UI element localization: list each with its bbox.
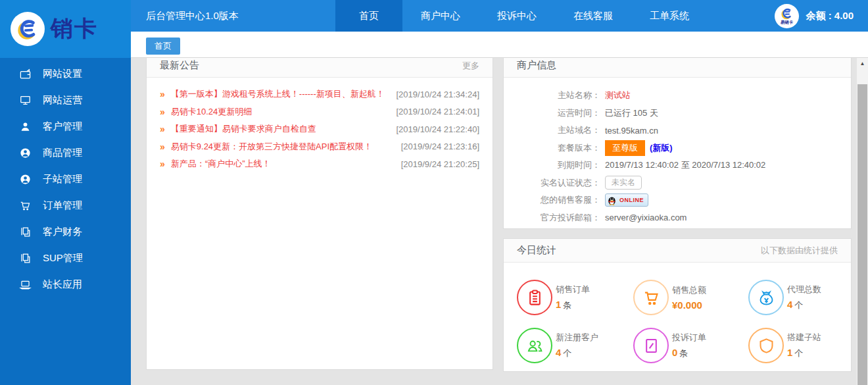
field-label: 您的销售客服：	[504, 194, 600, 206]
app-title: 后台管理中心1.0版本	[146, 0, 239, 32]
sidebar-menu-item[interactable]: 网站设置	[0, 61, 131, 87]
stat-item: 搭建子站 1个	[748, 328, 839, 363]
breadcrumb-home-button[interactable]: 首页	[146, 38, 180, 55]
wallet-icon	[19, 68, 32, 80]
stat-unit: 个	[794, 300, 803, 310]
sidebar-menu-item[interactable]: 网站运营	[0, 87, 131, 113]
sidebar-item-label: 网站设置	[43, 68, 82, 80]
stat-number: 0	[672, 347, 677, 358]
stat-label: 销售订单	[556, 284, 590, 295]
merchant-field-row: 官方投诉邮箱： server@yixiaoka.com	[504, 209, 851, 227]
announcement-text: 易销卡9.24更新：开放第三方快捷登陆API配置权限！	[171, 141, 395, 153]
merchant-field-row: 您的销售客服：	[504, 192, 851, 209]
scroll-up-arrow-icon[interactable]: ▲	[857, 58, 868, 69]
sidebar-item-label: 站长应用	[43, 278, 82, 291]
user-icon	[19, 120, 32, 133]
more-link[interactable]: 更多	[462, 60, 479, 72]
sidebar-menu-item[interactable]: 子站管理	[0, 166, 131, 192]
plan-badge[interactable]: 至尊版	[605, 140, 645, 156]
stat-item: 新注册客户 4个	[517, 328, 633, 363]
stat-unit: 个	[563, 348, 571, 358]
realname-status-badge: 未实名	[605, 176, 642, 190]
cart-line-icon	[19, 199, 32, 212]
announcement-item[interactable]: » 【第一版本】游戏租号系统上线！------新项目、新起航！ [2019/10…	[160, 86, 479, 103]
main-content: 最新公告 更多 » 【第一版本】游戏租号系统上线！------新项目、新起航！ …	[131, 58, 868, 385]
announcement-item[interactable]: » 易销卡10.24更新明细 [2019/10/24 21:24:01]	[160, 103, 479, 121]
brand-name: 销卡	[51, 14, 98, 44]
stat-number: ¥0.000	[672, 299, 702, 311]
sidebar-menu-item[interactable]: 客户管理	[0, 113, 131, 140]
user-avatar[interactable]: 易销卡	[775, 4, 799, 28]
announcement-text: 新产品：“商户中心”上线！	[171, 158, 395, 170]
copy-icon	[19, 252, 32, 265]
merchant-info-title: 商户信息	[517, 59, 556, 72]
today-stats-title: 今日统计	[517, 244, 556, 257]
sidebar-menu: 网站设置 网站运营 客户管理 商品管理	[0, 58, 131, 297]
announcement-item[interactable]: » 新产品：“商户中心”上线！ [2019/9/24 21:20:25]	[160, 155, 479, 173]
top-nav-item[interactable]: 首页	[335, 0, 402, 32]
sidebar-menu-item[interactable]: 商品管理	[0, 140, 131, 166]
sidebar-menu-item[interactable]: SUP管理	[0, 245, 131, 271]
field-value: 2019/7/13 12:40:02 至 2020/7/13 12:40:02	[605, 159, 765, 171]
account-area[interactable]: 易销卡 余额 : 4.00	[775, 0, 854, 32]
merchant-info-panel: 商户信息 主站名称： 测试站	[503, 58, 852, 229]
brand-logo: 销卡	[0, 0, 131, 58]
stats-note: 以下数据由统计提供	[761, 245, 838, 257]
stat-unit: 条	[679, 348, 688, 358]
stat-label: 新注册客户	[556, 332, 598, 344]
field-value: 未实名	[605, 176, 642, 190]
top-nav-item[interactable]: 商户中心	[402, 0, 479, 32]
vertical-scrollbar[interactable]: ▲	[857, 58, 868, 385]
sidebar: 销卡 网站设置 网站运营 客户管理	[0, 0, 131, 385]
user-circle-icon	[19, 173, 32, 186]
qq-penguin-icon	[606, 195, 617, 206]
today-stats-panel: 今日统计 以下数据由统计提供 销售订单 1条	[503, 238, 852, 372]
stats-grid: 销售订单 1条 销售总额	[504, 263, 851, 363]
announcement-item[interactable]: » 【重要通知】易销卡要求商户自检自查 [2019/10/24 21:22:40…	[160, 120, 479, 138]
top-nav-item[interactable]: 工单系统	[631, 0, 708, 32]
moneybag-icon	[758, 289, 775, 307]
topbar: 后台管理中心1.0版本 首页 商户中心 投诉中心 在线客服	[131, 0, 868, 32]
sidebar-item-label: 商品管理	[43, 147, 82, 159]
new-version-link[interactable]: (新版)	[650, 142, 673, 154]
field-value: test.95kam.cn	[605, 126, 658, 136]
merchant-field-row: 主站域名： test.95kam.cn	[504, 122, 851, 140]
top-nav-item[interactable]: 投诉中心	[479, 0, 555, 32]
chevrons-right-icon: »	[160, 107, 165, 117]
users-icon	[526, 337, 544, 355]
field-value: server@yixiaoka.com	[605, 213, 687, 222]
stat-item: 投诉订单 0条	[633, 328, 748, 363]
stat-item: 销售总额 ¥0.000	[633, 280, 748, 315]
field-label: 套餐版本：	[504, 142, 600, 154]
stat-number: 4	[556, 347, 561, 358]
merchant-field-row: 实名认证状态： 未实名	[504, 174, 851, 192]
shield-icon	[758, 337, 775, 355]
clipboard-icon	[526, 289, 544, 307]
stat-item: 代理总数 4个	[748, 280, 839, 315]
field-value: 测试站	[605, 90, 631, 101]
stat-label: 销售总额	[672, 284, 706, 296]
sidebar-menu-item[interactable]: 客户财务	[0, 218, 131, 245]
qq-online-badge[interactable]: ONLINE	[605, 193, 648, 207]
merchant-field-list: 主站名称： 测试站 运营时间：	[504, 78, 851, 226]
scrollbar-thumb[interactable]	[857, 84, 867, 385]
avatar-brand-text: 易销卡	[776, 19, 798, 25]
merchant-field-row: 套餐版本： 至尊版 (新版)	[504, 140, 851, 157]
chevrons-right-icon: »	[160, 141, 165, 152]
stat-number: 1	[556, 299, 561, 310]
stat-label: 搭建子站	[787, 332, 821, 344]
cart-icon	[642, 289, 660, 307]
announcements-panel: 最新公告 更多 » 【第一版本】游戏租号系统上线！------新项目、新起航！ …	[146, 58, 493, 370]
field-value: 至尊版 (新版)	[605, 140, 673, 156]
stat-unit: 条	[563, 300, 571, 310]
announcement-date: [2019/10/24 21:24:01]	[396, 107, 479, 116]
merchant-field-row: 运营时间： 已运行 105 天	[504, 105, 851, 122]
announcement-item[interactable]: » 易销卡9.24更新：开放第三方快捷登陆API配置权限！ [2019/9/24…	[160, 138, 479, 156]
sidebar-menu-item[interactable]: 站长应用	[0, 271, 131, 297]
sidebar-menu-item[interactable]: 订单管理	[0, 192, 131, 218]
announcement-date: [2019/9/24 21:20:25]	[401, 159, 479, 169]
top-nav-item[interactable]: 在线客服	[555, 0, 631, 32]
announcement-text: 【第一版本】游戏租号系统上线！------新项目、新起航！	[171, 88, 390, 100]
field-label: 实名认证状态：	[504, 177, 600, 189]
laptop-icon	[19, 278, 32, 291]
